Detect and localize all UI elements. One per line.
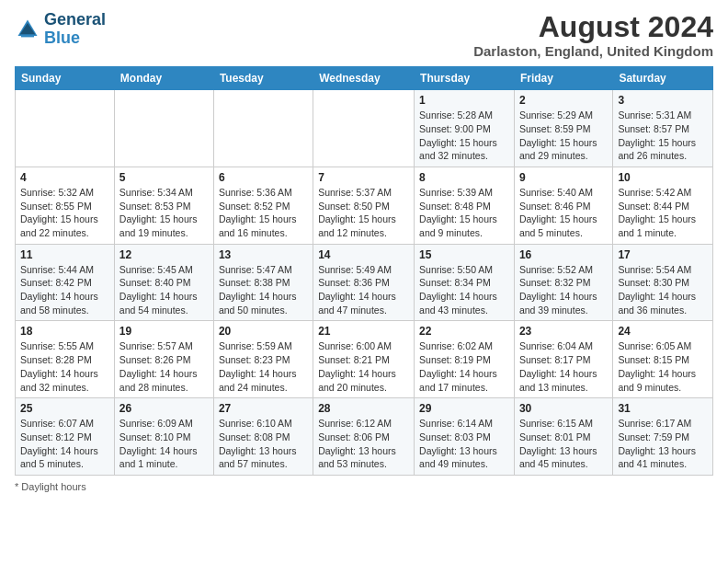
day-info: Sunrise: 6:04 AMSunset: 8:17 PMDaylight:… [519,339,608,394]
calendar-cell: 18Sunrise: 5:55 AMSunset: 8:28 PMDayligh… [16,321,115,398]
calendar-cell: 24Sunrise: 6:05 AMSunset: 8:15 PMDayligh… [613,321,713,398]
weekday-header: Monday [114,67,213,90]
calendar-cell: 31Sunrise: 6:17 AMSunset: 7:59 PMDayligh… [613,398,713,476]
day-number: 10 [618,171,708,184]
day-info: Sunrise: 6:07 AMSunset: 8:12 PMDaylight:… [20,417,109,471]
day-number: 6 [219,171,308,184]
calendar-cell: 8Sunrise: 5:39 AMSunset: 8:48 PMDaylight… [415,167,515,244]
day-info: Sunrise: 5:55 AMSunset: 8:28 PMDaylight:… [20,339,109,394]
day-number: 21 [318,325,409,338]
day-info: Sunrise: 6:05 AMSunset: 8:15 PMDaylight:… [618,339,708,394]
day-number: 29 [419,402,509,415]
calendar-cell: 15Sunrise: 5:50 AMSunset: 8:34 PMDayligh… [415,244,515,321]
day-number: 28 [318,402,409,415]
day-info: Sunrise: 6:02 AMSunset: 8:19 PMDaylight:… [419,339,509,394]
day-info: Sunrise: 5:36 AMSunset: 8:52 PMDaylight:… [219,186,308,240]
day-info: Sunrise: 6:15 AMSunset: 8:01 PMDaylight:… [519,417,608,471]
day-number: 27 [219,402,308,415]
day-info: Sunrise: 5:45 AMSunset: 8:40 PMDaylight:… [119,263,209,317]
day-info: Sunrise: 5:57 AMSunset: 8:26 PMDaylight:… [119,339,209,394]
day-number: 19 [119,325,209,338]
calendar-cell: 10Sunrise: 5:42 AMSunset: 8:44 PMDayligh… [613,167,713,244]
day-info: Sunrise: 5:32 AMSunset: 8:55 PMDaylight:… [20,186,109,240]
day-number: 31 [618,402,708,415]
calendar-cell [313,90,415,167]
day-info: Sunrise: 5:42 AMSunset: 8:44 PMDaylight:… [618,186,708,240]
weekday-header: Wednesday [313,67,415,90]
day-number: 24 [618,325,708,338]
day-info: Sunrise: 5:39 AMSunset: 8:48 PMDaylight:… [419,186,509,240]
calendar-cell: 28Sunrise: 6:12 AMSunset: 8:06 PMDayligh… [313,398,415,476]
page: General Blue August 2024 Darlaston, Engl… [0,0,728,500]
day-info: Sunrise: 5:49 AMSunset: 8:36 PMDaylight:… [318,263,409,317]
calendar-cell: 14Sunrise: 5:49 AMSunset: 8:36 PMDayligh… [313,244,415,321]
weekday-header: Saturday [613,67,713,90]
day-number: 18 [20,325,109,338]
calendar-cell: 17Sunrise: 5:54 AMSunset: 8:30 PMDayligh… [613,244,713,321]
calendar-cell: 6Sunrise: 5:36 AMSunset: 8:52 PMDaylight… [213,167,313,244]
day-number: 14 [318,248,409,261]
day-number: 26 [119,402,209,415]
day-number: 8 [419,171,509,184]
calendar-cell: 16Sunrise: 5:52 AMSunset: 8:32 PMDayligh… [514,244,612,321]
day-number: 9 [519,171,608,184]
day-info: Sunrise: 5:29 AMSunset: 8:59 PMDaylight:… [519,109,608,163]
calendar-cell: 9Sunrise: 5:40 AMSunset: 8:46 PMDaylight… [514,167,612,244]
calendar-cell: 2Sunrise: 5:29 AMSunset: 8:59 PMDaylight… [514,90,612,167]
day-number: 12 [119,248,209,261]
logo-text: General Blue [44,11,106,48]
day-info: Sunrise: 6:17 AMSunset: 7:59 PMDaylight:… [618,417,708,471]
day-number: 25 [20,402,109,415]
day-info: Sunrise: 5:50 AMSunset: 8:34 PMDaylight:… [419,263,509,317]
calendar-cell: 27Sunrise: 6:10 AMSunset: 8:08 PMDayligh… [213,398,313,476]
calendar-table: SundayMondayTuesdayWednesdayThursdayFrid… [15,66,713,476]
calendar-cell: 4Sunrise: 5:32 AMSunset: 8:55 PMDaylight… [16,167,115,244]
location: Darlaston, England, United Kingdom [473,43,713,59]
day-number: 13 [219,248,308,261]
day-number: 2 [519,94,608,107]
calendar-cell [213,90,313,167]
header: General Blue August 2024 Darlaston, Engl… [15,11,713,59]
day-number: 22 [419,325,509,338]
calendar-cell: 1Sunrise: 5:28 AMSunset: 9:00 PMDaylight… [415,90,515,167]
month-title: August 2024 [473,11,713,43]
day-number: 17 [618,248,708,261]
calendar-cell: 22Sunrise: 6:02 AMSunset: 8:19 PMDayligh… [415,321,515,398]
day-info: Sunrise: 5:37 AMSunset: 8:50 PMDaylight:… [318,186,409,240]
calendar-cell: 30Sunrise: 6:15 AMSunset: 8:01 PMDayligh… [514,398,612,476]
day-info: Sunrise: 6:12 AMSunset: 8:06 PMDaylight:… [318,417,409,471]
day-number: 20 [219,325,308,338]
calendar-cell: 5Sunrise: 5:34 AMSunset: 8:53 PMDaylight… [114,167,213,244]
weekday-header: Sunday [16,67,115,90]
calendar-cell: 26Sunrise: 6:09 AMSunset: 8:10 PMDayligh… [114,398,213,476]
calendar-cell [114,90,213,167]
day-number: 1 [419,94,509,107]
calendar-cell: 19Sunrise: 5:57 AMSunset: 8:26 PMDayligh… [114,321,213,398]
day-info: Sunrise: 6:14 AMSunset: 8:03 PMDaylight:… [419,417,509,471]
day-number: 5 [119,171,209,184]
day-number: 11 [20,248,109,261]
day-info: Sunrise: 5:54 AMSunset: 8:30 PMDaylight:… [618,263,708,317]
day-info: Sunrise: 5:34 AMSunset: 8:53 PMDaylight:… [119,186,209,240]
calendar-cell: 13Sunrise: 5:47 AMSunset: 8:38 PMDayligh… [213,244,313,321]
calendar-cell [16,90,115,167]
logo: General Blue [15,11,106,48]
day-info: Sunrise: 5:59 AMSunset: 8:23 PMDaylight:… [219,339,308,394]
day-info: Sunrise: 5:52 AMSunset: 8:32 PMDaylight:… [519,263,608,317]
day-info: Sunrise: 6:10 AMSunset: 8:08 PMDaylight:… [219,417,308,471]
day-info: Sunrise: 6:09 AMSunset: 8:10 PMDaylight:… [119,417,209,471]
calendar-cell: 23Sunrise: 6:04 AMSunset: 8:17 PMDayligh… [514,321,612,398]
day-number: 16 [519,248,608,261]
day-number: 23 [519,325,608,338]
calendar-cell: 12Sunrise: 5:45 AMSunset: 8:40 PMDayligh… [114,244,213,321]
day-info: Sunrise: 5:28 AMSunset: 9:00 PMDaylight:… [419,109,509,163]
day-number: 4 [20,171,109,184]
day-info: Sunrise: 5:44 AMSunset: 8:42 PMDaylight:… [20,263,109,317]
day-number: 30 [519,402,608,415]
day-info: Sunrise: 6:00 AMSunset: 8:21 PMDaylight:… [318,339,409,394]
day-info: Sunrise: 5:47 AMSunset: 8:38 PMDaylight:… [219,263,308,317]
weekday-header: Friday [514,67,612,90]
day-number: 3 [618,94,708,107]
day-info: Sunrise: 5:40 AMSunset: 8:46 PMDaylight:… [519,186,608,240]
calendar-cell: 7Sunrise: 5:37 AMSunset: 8:50 PMDaylight… [313,167,415,244]
